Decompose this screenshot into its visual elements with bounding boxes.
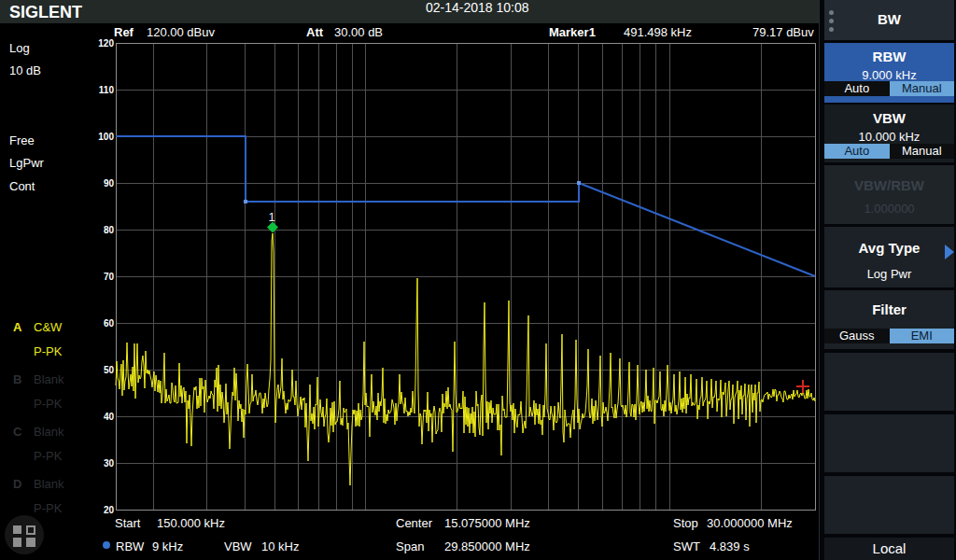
- svg-text:1: 1: [268, 210, 274, 224]
